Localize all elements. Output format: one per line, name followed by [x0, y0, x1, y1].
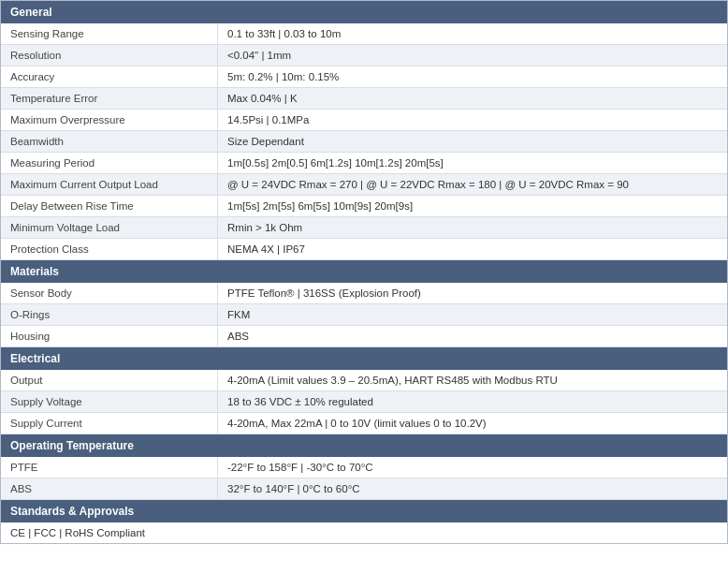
cell-label: O-Rings — [1, 304, 218, 325]
cell-value: 0.1 to 33ft | 0.03 to 10m — [218, 23, 727, 44]
cell-value: 32°F to 140°F | 0°C to 60°C — [218, 478, 727, 499]
table-row: Protection ClassNEMA 4X | IP67 — [1, 239, 727, 260]
cell-label: ABS — [1, 478, 218, 499]
cell-value: Max 0.04% | K — [218, 88, 727, 109]
cell-label: Supply Current — [1, 413, 218, 434]
cell-label: Protection Class — [1, 239, 218, 259]
cell-value: Size Dependant — [218, 131, 727, 152]
cell-value: FKM — [218, 304, 727, 325]
cell-label: Minimum Voltage Load — [1, 217, 218, 238]
table-row: Temperature ErrorMax 0.04% | K — [1, 88, 727, 110]
table-row: ABS32°F to 140°F | 0°C to 60°C — [1, 478, 727, 500]
cell-label: Accuracy — [1, 66, 218, 87]
cell-value: 1m[0.5s] 2m[0.5] 6m[1.2s] 10m[1.2s] 20m[… — [218, 153, 727, 173]
table-row: Supply Voltage18 to 36 VDC ± 10% regulat… — [1, 391, 727, 413]
cell-value: 14.5Psi | 0.1MPa — [218, 110, 727, 130]
cell-value: 4-20mA (Limit values 3.9 – 20.5mA), HART… — [218, 370, 727, 390]
cell-label: Housing — [1, 326, 218, 346]
cell-value: 18 to 36 VDC ± 10% regulated — [218, 391, 727, 412]
table-row: BeamwidthSize Dependant — [1, 131, 727, 153]
cell-label: Supply Voltage — [1, 391, 218, 412]
cell-label: Measuring Period — [1, 153, 218, 173]
table-row: Delay Between Rise Time1m[5s] 2m[5s] 6m[… — [1, 196, 727, 217]
cell-label: PTFE — [1, 457, 218, 478]
cell-label: Temperature Error — [1, 88, 218, 109]
cell-value: 5m: 0.2% | 10m: 0.15% — [218, 66, 727, 87]
table-row: Resolution<0.04" | 1mm — [1, 45, 727, 66]
specs-table: GeneralSensing Range0.1 to 33ft | 0.03 t… — [0, 0, 728, 544]
table-row: Measuring Period1m[0.5s] 2m[0.5] 6m[1.2s… — [1, 153, 727, 174]
cell-value: 1m[5s] 2m[5s] 6m[5s] 10m[9s] 20m[9s] — [218, 196, 727, 216]
cell-value: Rmin > 1k Ohm — [218, 217, 727, 238]
table-row: Accuracy5m: 0.2% | 10m: 0.15% — [1, 66, 727, 88]
table-row: Supply Current4-20mA, Max 22mA | 0 to 10… — [1, 413, 727, 434]
table-row: Output4-20mA (Limit values 3.9 – 20.5mA)… — [1, 370, 727, 391]
table-row: PTFE-22°F to 158°F | -30°C to 70°C — [1, 457, 727, 478]
cell-value: ABS — [218, 326, 727, 346]
cell-label: Output — [1, 370, 218, 390]
section-header-2: Electrical — [1, 347, 727, 370]
cell-value: <0.04" | 1mm — [218, 45, 727, 66]
cell-label: Beamwidth — [1, 131, 218, 152]
cell-value: NEMA 4X | IP67 — [218, 239, 727, 259]
cell-label: Maximum Current Output Load — [1, 174, 218, 195]
table-row: Sensing Range0.1 to 33ft | 0.03 to 10m — [1, 23, 727, 45]
cell-value: -22°F to 158°F | -30°C to 70°C — [218, 457, 727, 478]
cell-label: Sensing Range — [1, 23, 218, 44]
section-header-1: Materials — [1, 260, 727, 283]
table-row: Sensor BodyPTFE Teflon® | 316SS (Explosi… — [1, 283, 727, 304]
section-header-0: General — [1, 1, 727, 23]
cell-value: PTFE Teflon® | 316SS (Explosion Proof) — [218, 283, 727, 303]
cell-label: Resolution — [1, 45, 218, 66]
table-row: HousingABS — [1, 326, 727, 347]
table-row: O-RingsFKM — [1, 304, 727, 326]
cell-label: Delay Between Rise Time — [1, 196, 218, 216]
section-header-3: Operating Temperature — [1, 434, 727, 457]
table-row: Maximum Overpressure14.5Psi | 0.1MPa — [1, 110, 727, 131]
table-row: Maximum Current Output Load@ U = 24VDC R… — [1, 174, 727, 196]
full-row-4: CE | FCC | RoHS Compliant — [1, 522, 727, 543]
table-row: Minimum Voltage LoadRmin > 1k Ohm — [1, 217, 727, 239]
cell-value: @ U = 24VDC Rmax = 270 | @ U = 22VDC Rma… — [218, 174, 727, 195]
full-cell-4: CE | FCC | RoHS Compliant — [1, 522, 154, 543]
cell-value: 4-20mA, Max 22mA | 0 to 10V (limit value… — [218, 413, 727, 434]
cell-label: Maximum Overpressure — [1, 110, 218, 130]
section-header-4: Standards & Approvals — [1, 500, 727, 522]
cell-label: Sensor Body — [1, 283, 218, 303]
